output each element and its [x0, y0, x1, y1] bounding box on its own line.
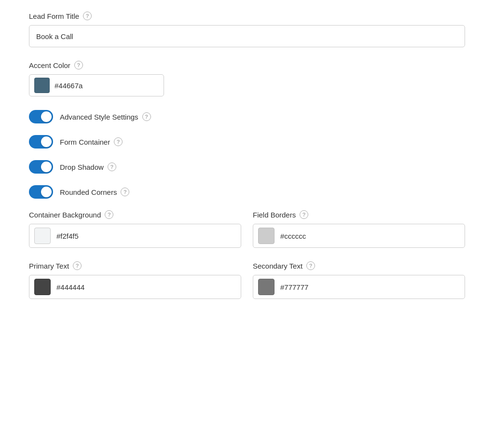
accent-color-input[interactable]: #44667a: [29, 74, 164, 96]
field-borders-label: Field Borders ?: [253, 210, 465, 219]
label-text: Container Background: [29, 211, 101, 219]
advanced-style-row: Advanced Style Settings ?: [29, 110, 465, 123]
rounded-corners-row: Rounded Corners ?: [29, 185, 465, 199]
lead-form-title-label: Lead Form Title ?: [29, 12, 465, 20]
label-text: Field Borders: [253, 211, 296, 219]
accent-color-help-icon[interactable]: ?: [74, 61, 83, 69]
toggle-label-text: Drop Shadow: [60, 163, 104, 171]
container-background-help-icon[interactable]: ?: [105, 210, 113, 219]
container-background-label: Container Background ?: [29, 210, 241, 219]
accent-color-value: #44667a: [55, 81, 82, 90]
field-borders-swatch: [258, 228, 274, 244]
toggle-label-text: Rounded Corners: [60, 188, 117, 196]
lead-form-title-group: Lead Form Title ?: [29, 12, 465, 47]
advanced-style-label: Advanced Style Settings ?: [60, 112, 151, 121]
advanced-style-help-icon[interactable]: ?: [142, 112, 151, 121]
secondary-text-label: Secondary Text ?: [253, 261, 465, 270]
drop-shadow-toggle[interactable]: [29, 160, 53, 174]
advanced-style-slider: [29, 110, 53, 123]
field-borders-col: Field Borders ? #cccccc: [253, 210, 465, 248]
primary-text-help-icon[interactable]: ?: [73, 261, 82, 270]
color-row-2: Primary Text ? #444444 Secondary Text ? …: [29, 261, 465, 299]
color-row-1: Container Background ? #f2f4f5 Field Bor…: [29, 210, 465, 248]
drop-shadow-slider: [29, 160, 53, 174]
drop-shadow-help-icon[interactable]: ?: [108, 163, 116, 171]
lead-form-title-input[interactable]: [29, 25, 465, 47]
rounded-corners-toggle[interactable]: [29, 185, 53, 199]
label-text: Lead Form Title: [29, 12, 79, 20]
form-container-row: Form Container ?: [29, 135, 465, 149]
label-text: Secondary Text: [253, 262, 302, 270]
form-container-help-icon[interactable]: ?: [114, 137, 123, 146]
rounded-corners-help-icon[interactable]: ?: [121, 188, 129, 196]
secondary-text-col: Secondary Text ? #777777: [253, 261, 465, 299]
toggle-label-text: Advanced Style Settings: [60, 113, 138, 121]
form-container-toggle[interactable]: [29, 135, 53, 149]
accent-color-label: Accent Color ?: [29, 61, 465, 69]
drop-shadow-label: Drop Shadow ?: [60, 163, 116, 171]
secondary-text-swatch: [258, 279, 274, 295]
lead-form-title-help-icon[interactable]: ?: [83, 12, 92, 20]
container-background-col: Container Background ? #f2f4f5: [29, 210, 241, 248]
form-container-label: Form Container ?: [60, 137, 123, 146]
primary-text-label: Primary Text ?: [29, 261, 241, 270]
rounded-corners-label: Rounded Corners ?: [60, 188, 129, 196]
label-text: Accent Color: [29, 61, 70, 69]
container-background-swatch: [34, 228, 51, 244]
container-background-value: #f2f4f5: [56, 232, 79, 240]
secondary-text-input[interactable]: #777777: [253, 275, 465, 299]
secondary-text-help-icon[interactable]: ?: [306, 261, 315, 270]
container-background-input[interactable]: #f2f4f5: [29, 224, 241, 248]
field-borders-input[interactable]: #cccccc: [253, 224, 465, 248]
rounded-corners-slider: [29, 185, 53, 199]
form-container-slider: [29, 135, 53, 149]
primary-text-col: Primary Text ? #444444: [29, 261, 241, 299]
drop-shadow-row: Drop Shadow ?: [29, 160, 465, 174]
advanced-style-toggle[interactable]: [29, 110, 53, 123]
field-borders-value: #cccccc: [280, 232, 306, 240]
label-text: Primary Text: [29, 262, 69, 270]
primary-text-swatch: [34, 279, 51, 295]
secondary-text-value: #777777: [280, 283, 308, 291]
accent-color-swatch: [34, 78, 50, 93]
field-borders-help-icon[interactable]: ?: [300, 210, 308, 219]
accent-color-group: Accent Color ? #44667a: [29, 61, 465, 96]
primary-text-value: #444444: [56, 283, 84, 291]
toggle-label-text: Form Container: [60, 138, 110, 146]
primary-text-input[interactable]: #444444: [29, 275, 241, 299]
